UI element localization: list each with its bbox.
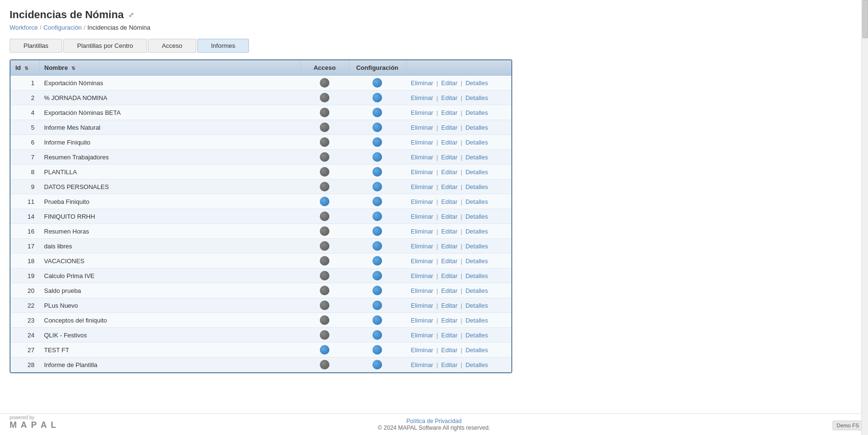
editar-link[interactable]: Editar bbox=[441, 183, 458, 190]
acceso-icon[interactable] bbox=[320, 271, 329, 280]
detalles-link[interactable]: Detalles bbox=[465, 183, 488, 190]
detalles-link[interactable]: Detalles bbox=[465, 317, 488, 324]
cell-config[interactable] bbox=[349, 224, 406, 239]
cell-config[interactable] bbox=[349, 313, 406, 328]
privacy-link[interactable]: Política de Privacidad bbox=[406, 418, 462, 424]
acceso-icon[interactable] bbox=[320, 78, 329, 88]
editar-link[interactable]: Editar bbox=[441, 79, 458, 87]
config-icon[interactable] bbox=[372, 330, 382, 340]
sort-id[interactable]: ⇅ bbox=[24, 66, 28, 71]
eliminar-link[interactable]: Eliminar bbox=[411, 139, 433, 146]
editar-link[interactable]: Editar bbox=[441, 168, 458, 176]
eliminar-link[interactable]: Eliminar bbox=[411, 287, 433, 294]
editar-link[interactable]: Editar bbox=[441, 139, 458, 146]
eliminar-link[interactable]: Eliminar bbox=[411, 198, 433, 205]
tab-informes[interactable]: Informes bbox=[197, 39, 249, 53]
acceso-icon[interactable] bbox=[320, 301, 329, 310]
cell-acceso[interactable] bbox=[301, 120, 349, 135]
config-icon[interactable] bbox=[372, 137, 382, 147]
cell-config[interactable] bbox=[349, 76, 406, 90]
acceso-icon[interactable] bbox=[320, 256, 329, 266]
sort-nombre[interactable]: ⇅ bbox=[71, 66, 75, 71]
cell-config[interactable] bbox=[349, 150, 406, 165]
eliminar-link[interactable]: Eliminar bbox=[411, 168, 433, 176]
eliminar-link[interactable]: Eliminar bbox=[411, 272, 433, 279]
eliminar-link[interactable]: Eliminar bbox=[411, 346, 433, 354]
config-icon[interactable] bbox=[372, 78, 382, 88]
acceso-icon[interactable] bbox=[320, 152, 329, 162]
config-icon[interactable] bbox=[372, 345, 382, 355]
editar-link[interactable]: Editar bbox=[441, 287, 458, 294]
cell-config[interactable] bbox=[349, 120, 406, 135]
editar-link[interactable]: Editar bbox=[441, 94, 458, 101]
detalles-link[interactable]: Detalles bbox=[465, 361, 488, 368]
cell-config[interactable] bbox=[349, 239, 406, 254]
detalles-link[interactable]: Detalles bbox=[465, 272, 488, 279]
detalles-link[interactable]: Detalles bbox=[465, 257, 488, 265]
col-id[interactable]: Id ⇅ bbox=[11, 60, 39, 76]
scrollbar-track[interactable] bbox=[861, 0, 868, 435]
detalles-link[interactable]: Detalles bbox=[465, 109, 488, 116]
acceso-icon[interactable] bbox=[320, 360, 329, 369]
editar-link[interactable]: Editar bbox=[441, 243, 458, 250]
detalles-link[interactable]: Detalles bbox=[465, 287, 488, 294]
editar-link[interactable]: Editar bbox=[441, 228, 458, 235]
editar-link[interactable]: Editar bbox=[441, 361, 458, 368]
config-icon[interactable] bbox=[372, 286, 382, 295]
config-icon[interactable] bbox=[372, 93, 382, 102]
cell-acceso[interactable] bbox=[301, 313, 349, 328]
tab-plantillas-por-centro[interactable]: Plantillas por Centro bbox=[63, 39, 147, 53]
acceso-icon[interactable] bbox=[320, 241, 329, 251]
acceso-icon[interactable] bbox=[320, 197, 329, 206]
eliminar-link[interactable]: Eliminar bbox=[411, 79, 433, 87]
eliminar-link[interactable]: Eliminar bbox=[411, 361, 433, 368]
tab-plantillas[interactable]: Plantillas bbox=[10, 39, 62, 53]
acceso-icon[interactable] bbox=[320, 226, 329, 236]
eliminar-link[interactable]: Eliminar bbox=[411, 109, 433, 116]
col-nombre[interactable]: Nombre ⇅ bbox=[39, 60, 301, 76]
cell-config[interactable] bbox=[349, 283, 406, 298]
breadcrumb-configuracion[interactable]: Configuración bbox=[44, 24, 82, 31]
config-icon[interactable] bbox=[372, 271, 382, 280]
config-icon[interactable] bbox=[372, 315, 382, 325]
cell-config[interactable] bbox=[349, 254, 406, 268]
editar-link[interactable]: Editar bbox=[441, 346, 458, 354]
cell-acceso[interactable] bbox=[301, 150, 349, 165]
acceso-icon[interactable] bbox=[320, 182, 329, 191]
editar-link[interactable]: Editar bbox=[441, 332, 458, 339]
eliminar-link[interactable]: Eliminar bbox=[411, 154, 433, 161]
cell-acceso[interactable] bbox=[301, 224, 349, 239]
detalles-link[interactable]: Detalles bbox=[465, 213, 488, 220]
cell-acceso[interactable] bbox=[301, 328, 349, 343]
eliminar-link[interactable]: Eliminar bbox=[411, 257, 433, 265]
cell-config[interactable] bbox=[349, 268, 406, 283]
editar-link[interactable]: Editar bbox=[441, 198, 458, 205]
eliminar-link[interactable]: Eliminar bbox=[411, 124, 433, 131]
editar-link[interactable]: Editar bbox=[441, 272, 458, 279]
scrollbar-thumb[interactable] bbox=[862, 0, 868, 38]
config-icon[interactable] bbox=[372, 226, 382, 236]
config-icon[interactable] bbox=[372, 167, 382, 177]
cell-acceso[interactable] bbox=[301, 357, 349, 372]
config-icon[interactable] bbox=[372, 212, 382, 221]
detalles-link[interactable]: Detalles bbox=[465, 79, 488, 87]
eliminar-link[interactable]: Eliminar bbox=[411, 94, 433, 101]
config-icon[interactable] bbox=[372, 197, 382, 206]
eliminar-link[interactable]: Eliminar bbox=[411, 317, 433, 324]
cell-acceso[interactable] bbox=[301, 254, 349, 268]
acceso-icon[interactable] bbox=[320, 108, 329, 117]
cell-config[interactable] bbox=[349, 209, 406, 224]
detalles-link[interactable]: Detalles bbox=[465, 198, 488, 205]
cell-acceso[interactable] bbox=[301, 105, 349, 120]
cell-config[interactable] bbox=[349, 135, 406, 150]
config-icon[interactable] bbox=[372, 256, 382, 266]
acceso-icon[interactable] bbox=[320, 137, 329, 147]
detalles-link[interactable]: Detalles bbox=[465, 124, 488, 131]
cell-acceso[interactable] bbox=[301, 239, 349, 254]
cell-acceso[interactable] bbox=[301, 209, 349, 224]
acceso-icon[interactable] bbox=[320, 123, 329, 132]
acceso-icon[interactable] bbox=[320, 93, 329, 102]
detalles-link[interactable]: Detalles bbox=[465, 228, 488, 235]
cell-config[interactable] bbox=[349, 343, 406, 357]
cell-config[interactable] bbox=[349, 105, 406, 120]
